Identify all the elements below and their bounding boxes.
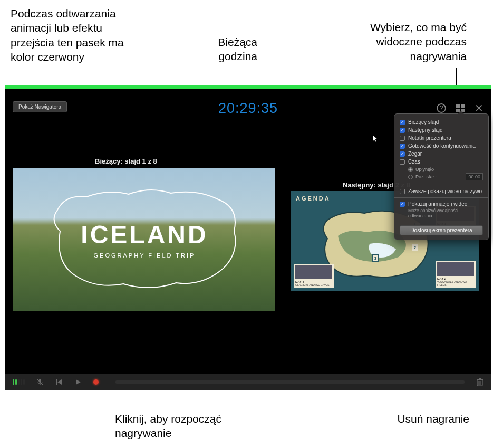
option-presenter-notes[interactable]: Notatki prezentera	[394, 134, 488, 142]
option-next-slide[interactable]: ✓ Następny slajd	[394, 126, 488, 134]
checkbox-icon	[400, 189, 405, 194]
separator	[394, 197, 488, 198]
customize-presenter-display-button[interactable]: Dostosuj ekran prezentera	[400, 225, 483, 235]
agenda-card: DAY 2 VOLCANOES AND LAVA FIELDS	[436, 261, 476, 288]
trash-icon[interactable]	[476, 378, 484, 386]
checkbox-icon: ✓	[400, 151, 405, 157]
option-remaining[interactable]: Pozostało 00:00	[408, 173, 483, 180]
microphone-icon[interactable]	[36, 378, 44, 386]
remaining-time-field[interactable]: 00:00	[466, 173, 483, 180]
callout-line	[11, 68, 11, 85]
radio-icon	[408, 175, 413, 179]
callout-line	[472, 388, 472, 410]
option-always-show-live[interactable]: Zawsze pokazuj wideo na żywo	[394, 187, 488, 195]
slide-title: ICELAND	[81, 220, 208, 249]
current-slide-preview: ICELAND GEOGRAPHY FIELD TRIP	[13, 168, 275, 311]
option-current-slide[interactable]: ✓ Bieżący slajd	[394, 118, 488, 126]
recording-timeline[interactable]	[115, 380, 465, 384]
svg-rect-6	[479, 378, 481, 379]
help-icon[interactable]: ?	[437, 103, 446, 113]
map-marker: 3	[372, 254, 379, 262]
separator	[394, 223, 488, 223]
callout-clock: Bieżąca godzina	[210, 35, 257, 64]
checkbox-icon	[400, 136, 405, 141]
agenda-heading: AGENDA	[296, 195, 331, 202]
svg-rect-5	[477, 379, 483, 380]
radio-icon	[408, 167, 413, 172]
option-note: Może obniżyć wydajność odtwarzania.	[394, 208, 488, 221]
option-ready-to-advance[interactable]: ✓ Gotowość do kontynuowania	[394, 142, 488, 150]
checkbox-icon: ✓	[400, 144, 405, 149]
checkbox-icon	[400, 159, 405, 165]
display-options-popover: ✓ Bieżący slajd ✓ Następny slajd Notatki…	[394, 113, 489, 240]
close-icon[interactable]: ✕	[475, 104, 484, 112]
map-marker: 2	[412, 244, 418, 251]
rewind-icon[interactable]	[55, 378, 63, 386]
callout-green-bar: Podczas odtwarzania animacji lub efektu …	[11, 6, 148, 64]
presenter-display: Pokaż Nawigatora 20:29:35 ? ✕ Bieżący: s…	[5, 89, 491, 390]
svg-rect-3	[56, 379, 57, 385]
current-slide-label: Bieżący: slajd 1 z 8	[95, 157, 157, 165]
agenda-card: DAY 3 GLACIERS AND ICE CAVES	[294, 264, 334, 288]
play-icon[interactable]	[74, 378, 82, 386]
recording-toolbar	[5, 374, 491, 390]
cursor-icon	[373, 135, 378, 142]
callout-popover: Wybierz, co ma być widoczne podczas nagr…	[345, 20, 467, 63]
callout-record: Kliknij, aby rozpocząć nagrywanie	[115, 412, 252, 441]
option-time[interactable]: Czas	[394, 158, 488, 166]
checkbox-icon: ✓	[400, 120, 405, 125]
option-show-animations[interactable]: ✓ Pokazuj animacje i wideo	[394, 200, 488, 208]
record-button[interactable]	[93, 379, 99, 385]
audio-level-meter	[13, 379, 25, 385]
checkbox-icon: ✓	[400, 202, 405, 207]
separator	[394, 185, 488, 185]
slide-subtitle: GEOGRAPHY FIELD TRIP	[94, 252, 196, 259]
callout-trash: Usuń nagranie	[397, 412, 469, 426]
option-clock[interactable]: ✓ Zegar	[394, 150, 488, 158]
callout-line	[115, 388, 115, 410]
checkbox-icon: ✓	[400, 128, 405, 133]
option-elapsed[interactable]: Upłynęło	[408, 167, 483, 172]
